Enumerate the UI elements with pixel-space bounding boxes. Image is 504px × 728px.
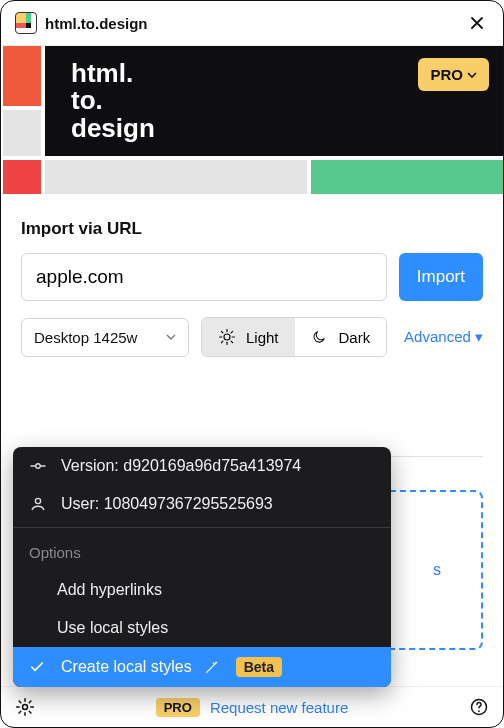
import-button[interactable]: Import	[399, 253, 483, 301]
version-row: Version: d920169a96d75a413974	[13, 447, 391, 485]
option-add-hyperlinks-label: Add hyperlinks	[57, 581, 162, 599]
dropzone-hint: s	[433, 561, 441, 579]
chevron-down-icon	[467, 70, 477, 80]
theme-light-label: Light	[246, 329, 279, 346]
magic-wand-icon	[204, 659, 224, 675]
hero-banner: html. to. design PRO	[1, 46, 503, 201]
plugin-window: html.to.design html. to. design PRO	[0, 0, 504, 728]
help-icon[interactable]	[469, 697, 489, 717]
svg-point-5	[478, 710, 480, 712]
hero-tile-green	[311, 160, 503, 194]
sun-icon	[218, 328, 238, 346]
theme-segmented: Light Dark	[201, 317, 387, 357]
option-use-local-styles[interactable]: Use local styles	[13, 609, 391, 647]
request-feature-link[interactable]: Request new feature	[210, 699, 348, 716]
option-create-local-styles-label: Create local styles	[61, 658, 192, 676]
app-icon	[15, 12, 37, 34]
options-header: Options	[13, 532, 391, 571]
titlebar: html.to.design	[1, 1, 503, 46]
hero-tile-gray-2	[45, 160, 307, 194]
version-text: Version: d920169a96d75a413974	[61, 457, 301, 475]
theme-dark-label: Dark	[339, 329, 371, 346]
check-icon	[29, 659, 49, 675]
footer: PRO Request new feature	[1, 686, 503, 727]
theme-light-button[interactable]: Light	[202, 318, 295, 356]
close-icon[interactable]	[465, 11, 489, 35]
hero-tile-red	[3, 160, 41, 194]
svg-point-1	[36, 464, 41, 469]
hero-line-2: to.	[71, 87, 155, 114]
option-add-hyperlinks[interactable]: Add hyperlinks	[13, 571, 391, 609]
settings-popover: Version: d920169a96d75a413974 User: 1080…	[13, 447, 391, 687]
popover-separator	[13, 527, 391, 528]
app-title: html.to.design	[45, 15, 148, 32]
gear-icon[interactable]	[15, 697, 35, 717]
pro-label: PRO	[430, 66, 463, 83]
theme-dark-button[interactable]: Dark	[295, 318, 387, 356]
beta-badge: Beta	[236, 657, 282, 677]
hero-line-3: design	[71, 115, 155, 142]
url-input[interactable]	[21, 253, 387, 301]
viewport-select-label: Desktop 1425w	[34, 329, 137, 346]
viewport-select[interactable]: Desktop 1425w	[21, 318, 189, 357]
hero-tile-black: html. to. design PRO	[45, 46, 503, 156]
advanced-toggle[interactable]: Advanced ▾	[404, 328, 483, 346]
pro-pill: PRO	[156, 698, 200, 717]
svg-point-0	[224, 334, 230, 340]
user-icon	[29, 495, 49, 513]
hero-tile-gray	[3, 110, 41, 156]
option-create-local-styles[interactable]: Create local styles Beta	[13, 647, 391, 687]
option-use-local-styles-label: Use local styles	[57, 619, 168, 637]
user-row: User: 1080497367295525693	[13, 485, 391, 523]
chevron-down-icon	[166, 332, 176, 342]
hero-logo-text: html. to. design	[45, 60, 155, 142]
moon-icon	[311, 329, 331, 345]
import-section-label: Import via URL	[21, 219, 483, 239]
hero-tile-orange	[3, 46, 41, 106]
hero-line-1: html.	[71, 60, 155, 87]
user-text: User: 1080497367295525693	[61, 495, 273, 513]
svg-point-2	[35, 498, 40, 503]
commit-icon	[29, 457, 49, 475]
pro-dropdown[interactable]: PRO	[418, 58, 489, 91]
svg-point-3	[23, 705, 28, 710]
